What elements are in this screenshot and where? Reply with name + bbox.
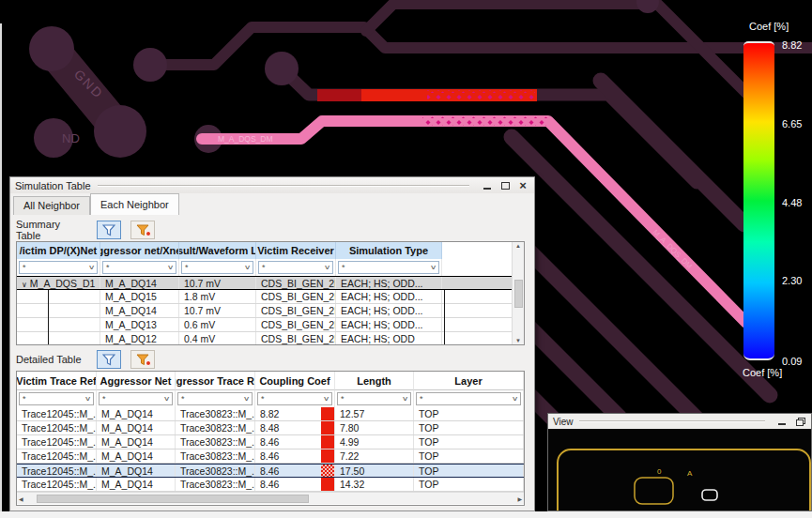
table-row[interactable]: M_A_DQ15 1.8 mV CDS_BI_GEN_2P... EACH; H… [17,290,524,304]
summary-filter-row: *∨ *∨ *∨ *∨ *∨ [17,259,524,276]
filter-combo-length[interactable]: *∨ [337,392,411,405]
chevron-down-icon: ∨ [163,395,171,403]
table-row[interactable]: Trace12045::M_... M_A_DQ14 Trace30823::M… [17,435,524,449]
filter-combo-aggressor-net[interactable]: *∨ [102,261,176,274]
detailed-horizontal-scrollbar[interactable]: ◀ ▶ [17,492,524,504]
color-scale-title-bottom: Coef [%] [743,367,782,378]
caret-left-icon[interactable]: ◀ [19,495,23,502]
gnd-net-label-partial: ND [62,131,80,145]
detailed-table-header: ˆVictim Trace Ref Aggressor Net ggressor… [17,372,524,390]
table-row[interactable]: M_A_DQ12 0.4 mV CDS_BI_GEN_2P EACH; HS; … [17,332,524,344]
filter-combo-aggressor-net[interactable]: *∨ [99,392,173,405]
filter-combo-result[interactable]: *∨ [181,261,253,274]
row-expander-icon[interactable]: ∨ [22,281,27,289]
chevron-down-icon: ∨ [84,395,92,403]
column-header-victim-receiver[interactable]: Victim Receiver [256,242,336,259]
coupling-coef-color-scale: Coef [%] 8.82 6.65 4.48 2.30 0.09 Coef [… [740,19,812,387]
filter-combo-layer[interactable]: *∨ [416,392,521,405]
minimize-icon [483,188,491,190]
minimize-button[interactable] [481,179,494,191]
color-scale-title-top: Coef [%] [749,21,789,32]
filter-combo-aggressor-trace[interactable]: *∨ [177,392,253,405]
summary-filter-button[interactable] [97,221,121,239]
summary-toolbar: Summary Table [16,219,529,241]
detailed-clear-filter-button[interactable] [130,350,155,369]
filter-combo-receiver[interactable]: *∨ [258,261,333,274]
detailed-toolbar: Detailed Table [16,348,529,371]
table-row-selected[interactable]: Trace12045::M_... M_A_DQ14 Trace30823::M… [17,464,524,478]
chevron-down-icon: ∨ [244,264,252,271]
detailed-table: ˆVictim Trace Ref Aggressor Net ggressor… [16,371,525,506]
table-row[interactable]: M_A_DQ13 0.6 mV CDS_BI_GEN_2P... EACH; H… [17,318,524,332]
detailed-table-label: Detailed Table [16,354,87,365]
coupling-region-marks [427,90,535,99]
chevron-down-icon: ∨ [402,395,409,403]
window-content: Summary Table ˆ/ictim DP/(X)Net ggresso [10,215,534,506]
filter-combo-sim-type[interactable]: *∨ [338,261,439,274]
summary-table-body: ∨M_A_DQS_D1 M_A_DQ14 10.7 mV CDS_BI_GEN_… [17,276,524,344]
pink-trace-net-label: M_A_DQS_DM [218,134,273,144]
chevron-down-icon: ∨ [324,264,331,271]
chevron-down-icon: ∨ [88,264,96,271]
scrollbar-thumb[interactable] [37,495,309,503]
board-marker-label: 0 [657,467,662,476]
table-row[interactable]: Trace12045::M_... M_A_DQ14 Trace30823::M… [17,478,524,492]
tab-each-neighbor[interactable]: Each Neighbor [90,193,179,215]
detailed-filter-button[interactable] [97,350,121,369]
filter-funnel-icon [102,224,115,236]
summary-vertical-scrollbar[interactable]: ▲ ▼ [512,242,524,344]
column-header-victim-trace-ref[interactable]: ˆVictim Trace Ref [17,372,97,390]
close-icon: × [519,181,527,190]
scrollbar-thumb[interactable] [514,280,523,308]
color-scale-tick: 4.48 [782,197,802,208]
maximize-icon [501,182,510,190]
clear-filter-badge [146,360,151,366]
summary-table-header: ˆ/ictim DP/(X)Net ggressor net/Xne sult/… [17,242,524,259]
column-header-result-waveform[interactable]: sult/Waveform L [179,242,256,259]
table-row[interactable]: Trace12045::M_... M_A_DQ14 Trace30823::M… [17,449,524,464]
board-marker-label: A [687,469,693,478]
view-minimize-button[interactable] [775,416,789,428]
column-header-aggressor-net[interactable]: Aggressor Net [97,372,176,390]
column-header-simulation-type[interactable]: Simulation Type [336,242,442,259]
caret-right-icon[interactable]: ▶ [517,495,522,502]
component-outline [635,478,673,504]
column-header-coupling-coef[interactable]: Coupling Coef [255,372,335,390]
caret-up-icon[interactable]: ▲ [515,243,521,249]
color-scale-tick: 0.09 [782,356,802,367]
column-header-layer[interactable]: Layer [414,372,524,390]
caret-down-icon[interactable]: ▼ [515,338,521,343]
column-header-aggressor-net[interactable]: ggressor net/Xne [100,242,179,259]
view-panel-titlebar[interactable]: View [548,414,811,429]
app-edge-line [0,23,2,518]
column-header-aggressor-trace-ref[interactable]: ggressor Trace Re [176,372,255,390]
filter-combo-coupling-coef[interactable]: *∨ [257,392,332,405]
summary-clear-filter-button[interactable] [130,221,155,239]
view-restore-button[interactable] [793,416,806,428]
tab-bar: All Neighbor Each Neighbor [10,193,534,215]
restore-icon [796,418,804,425]
view-panel-canvas[interactable]: 0 A [548,429,811,510]
chevron-down-icon: ∨ [167,264,175,271]
chevron-down-icon: ∨ [512,395,519,403]
filter-combo-victim-net[interactable]: *∨ [19,261,98,274]
column-header-victim-net[interactable]: ˆ/ictim DP/(X)Net [17,242,100,259]
coupling-coef-color-chip [321,478,334,491]
window-titlebar[interactable]: Simulation Table × [10,177,534,193]
view-panel-title: View [553,417,574,427]
column-header-length[interactable]: Length [335,372,414,390]
table-row[interactable]: M_A_DQ14 10.7 mV CDS_BI_GEN_2P... EACH; … [17,304,524,318]
maximize-button[interactable] [498,179,512,191]
close-button[interactable]: × [516,179,529,191]
color-scale-tick: 2.30 [782,275,802,286]
component-outline-white [702,490,717,500]
aggressor-trace-highlight-dark [317,89,361,101]
table-row[interactable]: Trace12045::M_... M_A_DQ14 Trace30823::M… [17,421,524,435]
sort-caret-icon: ˆ [41,242,44,249]
table-row[interactable]: ∨M_A_DQS_D1 M_A_DQ14 10.7 mV CDS_BI_GEN_… [17,276,524,290]
chevron-down-icon: ∨ [430,264,437,271]
color-scale-tick: 6.65 [782,118,802,130]
filter-combo-victim-trace[interactable]: *∨ [19,392,94,405]
table-row[interactable]: Trace12045::M_... M_A_DQ14 Trace30823::M… [17,407,524,421]
tab-all-neighbor[interactable]: All Neighbor [13,196,90,215]
